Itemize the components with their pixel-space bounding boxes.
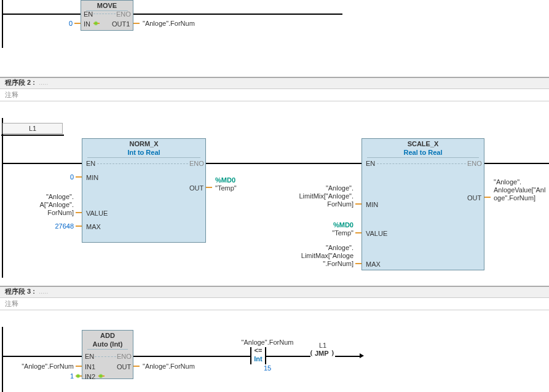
add-pin-en: EN	[85, 353, 94, 360]
tab-underline	[1, 135, 64, 136]
add-en-eno-line	[95, 356, 116, 357]
scalex-max-l2: LimitMax["Anloge	[289, 252, 353, 259]
stub	[355, 203, 361, 205]
stub	[76, 225, 82, 227]
rail-net2	[2, 136, 3, 278]
rung3-wire-l	[2, 356, 82, 357]
scalex-max-l3: ".ForNum]	[289, 260, 353, 267]
normx-pin-max: MAX	[86, 223, 101, 230]
jump-arrow-icon	[360, 353, 364, 358]
scalex-pin-max: MAX	[366, 261, 381, 268]
normx-out-tag: %MD0	[215, 176, 235, 184]
segment3-header[interactable]	[0, 286, 549, 298]
normx-pin-eno: ENO	[189, 160, 204, 167]
stub	[133, 366, 140, 367]
normx-sub: Int to Real	[82, 149, 205, 157]
scalex-pin-eno: ENO	[467, 160, 482, 167]
scalex-min-l2: LimitMix["Anloge".	[289, 192, 353, 200]
normx-val-l3: ForNum]	[18, 209, 74, 216]
scalex-out-l3: oge".ForNum]	[494, 194, 535, 202]
rung1-wire-right	[133, 14, 342, 15]
scalex-val-tag: %MD0	[301, 221, 353, 229]
jump-label: L1	[304, 342, 341, 349]
scalex-val-name: "Temp"	[301, 229, 353, 237]
compare-type: Int	[252, 355, 264, 363]
add-in2-val: 1	[5, 372, 74, 380]
stub	[355, 232, 361, 233]
normx-val-l1: "Anloge".	[18, 193, 74, 200]
add-pin-eno: ENO	[117, 353, 132, 360]
rung1-wire-left	[2, 14, 81, 15]
compare-rhs: 15	[234, 364, 301, 372]
normx-en-eno-line	[97, 163, 188, 164]
scalex-sub: Real to Real	[362, 149, 484, 157]
block-move-title: MOVE	[81, 1, 133, 10]
scalex-out-l2: AnlogeValue["Anl	[494, 186, 545, 194]
normx-out-name: "Temp"	[215, 184, 237, 192]
add-pin-in2: IN2	[85, 373, 95, 380]
rung2-wire-l	[2, 163, 82, 164]
add-out-val: "Anloge".ForNum	[143, 363, 195, 370]
segment2-title: 程序段 2 :.....	[5, 78, 48, 87]
stub	[76, 176, 82, 178]
block-scalex[interactable]: SCALE_X Real to Real	[361, 138, 484, 270]
stub	[76, 212, 82, 213]
stub	[98, 375, 105, 377]
move-pin-in: IN	[84, 20, 90, 28]
move-en-eno-line	[93, 14, 116, 14]
move-pin-out1: OUT1	[112, 20, 130, 28]
scalex-title: SCALE_X	[362, 139, 484, 149]
stub	[355, 263, 361, 264]
normx-pin-en: EN	[86, 160, 95, 167]
scalex-pin-min: MIN	[366, 201, 378, 208]
segment2-header[interactable]	[0, 77, 549, 89]
jump-name: JMP	[315, 350, 329, 357]
segment3-title: 程序段 3 :.....	[5, 287, 48, 296]
scalex-en-eno-line	[377, 163, 466, 164]
jump-coil[interactable]: L1 ( JMP )	[304, 342, 341, 360]
rung2-wire-mid	[206, 163, 361, 164]
add-pin-in1: IN1	[85, 363, 95, 370]
normx-pin-out: OUT	[189, 184, 203, 192]
scalex-out-l1: "Anloge".	[494, 178, 521, 186]
scalex-max-l1: "Anloge".	[289, 244, 353, 251]
compare-op: <=	[252, 347, 264, 354]
add-title: ADD	[82, 331, 133, 340]
normx-min-val: 0	[37, 173, 74, 181]
scalex-pin-out: OUT	[467, 194, 481, 202]
stub	[206, 187, 212, 188]
stub	[484, 197, 491, 198]
add-in1-val: "Anloge".ForNum	[5, 363, 74, 370]
stub	[93, 23, 100, 24]
add-pin-out: OUT	[117, 363, 131, 370]
normx-title: NORM_X	[82, 139, 205, 149]
segment2-comment[interactable]: 注释	[0, 90, 549, 101]
move-in-value: 0	[37, 20, 73, 27]
stub	[76, 366, 82, 367]
normx-val-l2: A["Anloge".	[18, 201, 74, 208]
add-sub: Auto (Int)	[82, 340, 133, 349]
scalex-pin-value: VALUE	[366, 230, 387, 237]
scalex-min-l1: "Anloge".	[289, 184, 353, 192]
compare-top-label: "Anloge".ForNum	[234, 339, 301, 346]
move-out-label: "Anloge".ForNum	[143, 20, 195, 27]
stub	[76, 375, 82, 377]
normx-max-val: 27648	[31, 222, 74, 230]
rung2-wire-r	[484, 163, 549, 164]
rail-net3	[2, 327, 3, 392]
move-pin-en: EN	[84, 10, 93, 18]
label-l1[interactable]: L1	[2, 123, 63, 134]
move-pin-eno: ENO	[116, 10, 131, 18]
normx-pin-value: VALUE	[86, 210, 108, 217]
scalex-min-l3: ForNum]	[289, 200, 353, 208]
scalex-pin-en: EN	[366, 160, 375, 167]
compare-le[interactable]: "Anloge".ForNum <= Int 15	[234, 339, 301, 372]
stub	[133, 23, 140, 24]
stub	[74, 23, 81, 24]
normx-pin-min: MIN	[86, 174, 98, 181]
rail-net1	[2, 0, 3, 48]
rung3-wire-m1	[133, 356, 250, 357]
segment3-comment[interactable]: 注释	[0, 299, 549, 310]
